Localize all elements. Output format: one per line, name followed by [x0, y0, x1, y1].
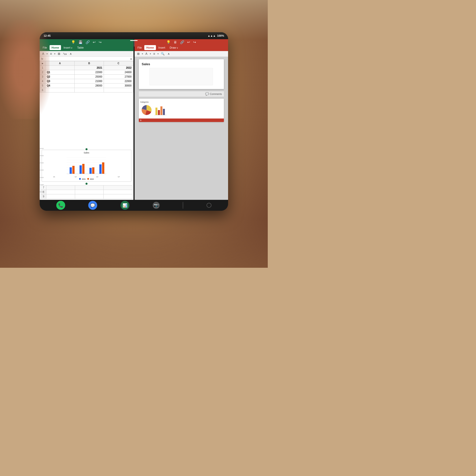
cell-b3[interactable]: 25000	[75, 75, 104, 79]
excel-lightbulb-icon[interactable]: 💡	[71, 40, 75, 44]
excel-font-color-btn[interactable]: A	[41, 52, 45, 56]
excel-number-btn[interactable]: ¹₂₃	[62, 52, 68, 56]
cell-c3[interactable]: 27000	[104, 75, 133, 79]
ppt-search-btn[interactable]: 🔍	[160, 52, 166, 56]
col-header-b[interactable]: B	[75, 61, 104, 66]
ppt-tab-file[interactable]: File	[136, 45, 144, 50]
excel-tab-insert[interactable]: Insert	[61, 45, 75, 50]
ppt-slide-area[interactable]: Sales 💬 Comments Categories	[135, 57, 228, 200]
table-row: 6	[40, 88, 133, 92]
cell-b1[interactable]: 2021	[75, 66, 104, 70]
ppt-comments-bar: 💬 Comments	[139, 91, 224, 97]
bar-q4-2022	[102, 162, 104, 174]
excel-redo-icon[interactable]: ↪	[99, 40, 102, 44]
powerpoint-pane: 💡 🖥 🔗 ↩ ↪ File Home Insert Draw ⊞ ▼	[135, 39, 228, 200]
ppt-tab-insert[interactable]: Insert	[156, 45, 167, 50]
chart-title: Sales	[43, 151, 130, 154]
ppt-lightbulb-icon[interactable]: 💡	[166, 40, 171, 44]
excel-share-icon[interactable]: 🔗	[86, 40, 90, 44]
cell-a1[interactable]	[45, 66, 75, 70]
excel-collapse-btn[interactable]: ∧	[69, 52, 73, 56]
phone-app-icon[interactable]: 📞	[56, 201, 65, 210]
cell-c4[interactable]: 22000	[104, 79, 133, 84]
ppt-share-icon[interactable]: 🔗	[180, 40, 184, 44]
excel-tab-home[interactable]: Home	[50, 45, 61, 50]
bar-q1-2021	[70, 167, 72, 174]
excel-tab-file[interactable]: File	[41, 45, 49, 50]
excel-tab-table[interactable]: Table	[75, 45, 86, 50]
chart-y-axis: 35000 30000 25000 20000 15000 10000 5000…	[40, 148, 44, 200]
cell-b5[interactable]: 28000	[75, 84, 104, 88]
bar-q3-2021	[89, 168, 92, 174]
cell-a5[interactable]: Q4	[45, 84, 75, 88]
bar-q2-2021	[80, 165, 82, 174]
ppt-undo-icon[interactable]: ↩	[187, 40, 190, 44]
chart-label-q2: Q2	[75, 176, 77, 178]
svg-rect-12	[163, 109, 165, 115]
cell-a6[interactable]	[45, 88, 75, 92]
table-row: 4 Q3 21000 22000	[40, 79, 133, 84]
cell-a2[interactable]: Q1	[45, 70, 75, 75]
chart-legend: 2021 2022	[43, 178, 130, 180]
cell-c5[interactable]: 30000	[104, 84, 133, 88]
cell-b2[interactable]: 22000	[75, 70, 104, 75]
row-num-3: 3	[40, 75, 45, 79]
pie-chart-container	[140, 104, 167, 116]
excel-app-icon[interactable]: 📊	[120, 201, 129, 210]
cell-c2[interactable]: 24000	[104, 70, 133, 75]
formula-bar: fx | ∨	[40, 57, 133, 61]
ppt-layout-btn[interactable]: ⊞	[136, 52, 141, 56]
excel-align-btn[interactable]: ≡	[49, 52, 53, 56]
ppt-tab-home[interactable]: Home	[144, 45, 156, 50]
battery-indicator: 100%	[217, 34, 224, 37]
comments-label[interactable]: Comments	[210, 93, 222, 95]
home-button[interactable]	[207, 203, 211, 208]
ppt-toolbar: 💡 🖥 🔗 ↩ ↪	[135, 39, 228, 45]
ppt-align-btn[interactable]: ≡	[152, 52, 156, 56]
ppt-collapse-btn[interactable]: ∧	[167, 52, 171, 56]
excel-grid-btn[interactable]: ⊞	[57, 52, 61, 56]
phone-screen: 12:45 ▲▲▲ 100% 💡 💾 🔗 ↩ ↪	[40, 32, 228, 211]
formula-label: fx	[41, 57, 43, 60]
excel-pane: 💡 💾 🔗 ↩ ↪ File Home Insert Table A	[40, 39, 134, 200]
slide-chart-placeholder	[149, 68, 213, 85]
table-row: 2 Q1 22000 24000	[40, 70, 133, 75]
signal-icon: ▲▲▲	[208, 34, 216, 37]
spreadsheet[interactable]: ▸ A B C 1 2021 2022	[40, 61, 133, 148]
pie-chart-svg	[140, 104, 153, 116]
excel-undo-icon[interactable]: ↩	[93, 40, 96, 44]
col-header-c[interactable]: C	[104, 61, 133, 66]
slide-number: 5	[140, 119, 141, 121]
ppt-tab-draw[interactable]: Draw	[168, 45, 180, 50]
chart-area: Sales 35000 30000 25000 20000 15000 1000…	[42, 150, 131, 182]
main-slide[interactable]: Sales	[139, 59, 224, 89]
empty-rows: 7 8 9	[41, 185, 132, 199]
cell-b6[interactable]	[75, 88, 104, 92]
cell-a3[interactable]: Q2	[45, 75, 75, 79]
camera-app-icon[interactable]: 📷	[153, 202, 160, 209]
cell-b4[interactable]: 21000	[75, 79, 104, 84]
excel-ribbon: File Home Insert Table	[40, 45, 133, 51]
cell-c6[interactable]	[104, 88, 133, 92]
bar-q2-2022	[82, 164, 85, 174]
col-header-a[interactable]: A	[45, 61, 75, 66]
slide-thumb-content: Categories	[139, 99, 224, 119]
ppt-redo-icon[interactable]: ↪	[193, 40, 196, 44]
comment-icon: 💬	[205, 92, 209, 96]
slide-thumbnail[interactable]: Categories	[139, 99, 224, 122]
bar-q3-2022	[92, 167, 94, 174]
excel-save-icon[interactable]: 💾	[78, 40, 83, 44]
excel-toolbar: 💡 💾 🔗 ↩ ↪	[40, 39, 133, 45]
table-row: 3 Q2 25000 27000	[40, 75, 133, 79]
split-screen: 💡 💾 🔗 ↩ ↪ File Home Insert Table A	[40, 39, 228, 200]
status-bar: 12:45 ▲▲▲ 100%	[40, 32, 228, 39]
bar-chart-svg	[43, 155, 130, 175]
ppt-present-icon[interactable]: 🖥	[174, 40, 177, 44]
cell-a4[interactable]: Q3	[45, 79, 75, 84]
formula-expand[interactable]: ∨	[130, 58, 132, 60]
status-time: 12:45	[44, 34, 51, 37]
ppt-font-color-btn[interactable]: A	[144, 52, 148, 56]
messages-app-icon[interactable]: 💬	[88, 201, 97, 210]
cell-c1[interactable]: 2022	[104, 66, 133, 70]
legend-2021: 2021	[82, 178, 86, 180]
